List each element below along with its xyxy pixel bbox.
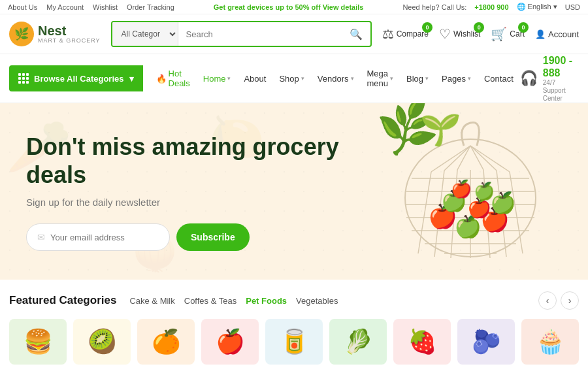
account-button[interactable]: 👤 Account bbox=[535, 29, 579, 39]
top-bar-links: About Us My Account Wishlist Order Track… bbox=[8, 3, 174, 11]
nav-links: 🔥 Hot Deals Home ▾ About Shop ▾ Vendors … bbox=[143, 65, 520, 91]
compare-badge: 0 bbox=[422, 22, 433, 33]
navigation: Browse All Categories ▾ 🔥 Hot Deals Home… bbox=[0, 54, 588, 103]
hero-form: ✉ Subscribe bbox=[26, 223, 340, 251]
svg-text:🍎: 🍎 bbox=[451, 178, 472, 199]
category-card-7[interactable]: 🍓 bbox=[393, 319, 451, 365]
currency-selector[interactable]: USD bbox=[565, 3, 580, 11]
food-icon-3: 🍊 bbox=[152, 328, 181, 355]
cart-button[interactable]: 🛒 0 Cart bbox=[491, 26, 525, 42]
svg-line-19 bbox=[470, 146, 497, 171]
featured-section: Featured Categories Cake & Milk Coffes &… bbox=[0, 280, 588, 371]
search-input[interactable] bbox=[178, 22, 342, 46]
brand-sub: MART & GROCERY bbox=[38, 38, 101, 44]
category-card-4[interactable]: 🍎 bbox=[201, 319, 259, 365]
promo-link[interactable]: View details bbox=[323, 3, 364, 11]
logo-icon: 🌿 bbox=[9, 22, 34, 46]
hero-title: Don't miss amazing grocery deals bbox=[26, 133, 340, 189]
tab-pet-foods[interactable]: Pet Foods bbox=[246, 296, 287, 306]
chevron-icon: ▾ bbox=[390, 75, 393, 82]
subscribe-button[interactable]: Subscribe bbox=[176, 223, 250, 251]
chevron-icon: ▾ bbox=[468, 75, 471, 82]
support-text: 1900 - 888 24/7 Support Center bbox=[543, 54, 579, 103]
logo-text: Nest MART & GROCERY bbox=[38, 24, 101, 44]
cart-icon: 🛒 bbox=[491, 26, 507, 42]
nav-pages[interactable]: Pages ▾ bbox=[435, 65, 478, 91]
category-card-9[interactable]: 🧁 bbox=[521, 319, 579, 365]
nav-vendors[interactable]: Vendors ▾ bbox=[311, 65, 361, 91]
nav-blog[interactable]: Blog ▾ bbox=[400, 65, 435, 91]
browse-categories-button[interactable]: Browse All Categories ▾ bbox=[9, 65, 143, 91]
category-card-5[interactable]: 🥫 bbox=[265, 319, 323, 365]
brand-name: Nest bbox=[38, 24, 101, 38]
featured-tabs: Cake & Milk Coffes & Teas Pet Foods Vege… bbox=[129, 296, 338, 306]
chevron-down-icon: ▾ bbox=[129, 74, 134, 84]
nav-mega-menu[interactable]: Mega menu ▾ bbox=[361, 65, 400, 91]
food-icon-4: 🍎 bbox=[216, 328, 245, 355]
tab-coffes-teas[interactable]: Coffes & Teas bbox=[184, 296, 237, 306]
email-icon: ✉ bbox=[37, 232, 45, 242]
category-select[interactable]: All Categor bbox=[112, 22, 178, 46]
account-label: Account bbox=[548, 29, 579, 39]
headphone-icon: 🎧 bbox=[520, 70, 538, 87]
nav-shop[interactable]: Shop ▾ bbox=[272, 65, 310, 91]
account-icon: 👤 bbox=[535, 29, 546, 39]
order-tracking-link[interactable]: Order Tracking bbox=[127, 3, 174, 11]
compare-icon: ⚖ bbox=[382, 26, 394, 42]
prev-arrow[interactable]: ‹ bbox=[538, 291, 557, 310]
wishlist-button[interactable]: ♡ 0 Wishlist bbox=[439, 26, 480, 42]
featured-title: Featured Categories bbox=[9, 294, 116, 307]
logo[interactable]: 🌿 Nest MART & GROCERY bbox=[9, 22, 101, 46]
food-icon-5: 🥫 bbox=[280, 328, 309, 355]
chevron-icon: ▾ bbox=[301, 75, 304, 82]
chevron-icon: ▾ bbox=[351, 75, 354, 82]
tab-vegetables[interactable]: Vegetables bbox=[296, 296, 338, 306]
support-info: 🎧 1900 - 888 24/7 Support Center bbox=[520, 54, 579, 103]
fire-icon: 🔥 bbox=[156, 74, 167, 84]
svg-line-18 bbox=[470, 146, 483, 170]
featured-header: Featured Categories Cake & Milk Coffes &… bbox=[9, 291, 579, 310]
browse-label: Browse All Categories bbox=[34, 74, 124, 84]
cart-badge: 0 bbox=[518, 22, 529, 33]
header: 🌿 Nest MART & GROCERY All Categor 🔍 ⚖ 0 … bbox=[0, 14, 588, 54]
about-us-link[interactable]: About Us bbox=[8, 3, 37, 11]
nav-contact[interactable]: Contact bbox=[478, 65, 520, 91]
top-bar: About Us My Account Wishlist Order Track… bbox=[0, 0, 588, 14]
category-cards: 🍔 🥝 🍊 🍎 🥫 🥬 🍓 🫐 🧁 bbox=[9, 319, 579, 365]
header-icons: ⚖ 0 Compare ♡ 0 Wishlist 🛒 0 Cart 👤 Acco… bbox=[382, 26, 579, 42]
hero-image: 🌿 🌱 bbox=[314, 103, 588, 280]
wishlist-link[interactable]: Wishlist bbox=[93, 3, 118, 11]
svg-line-20 bbox=[470, 146, 510, 172]
food-icon-2: 🥝 bbox=[88, 328, 117, 355]
nav-hot-deals[interactable]: 🔥 Hot Deals bbox=[150, 65, 197, 91]
support-number: 1900 - 888 bbox=[543, 54, 579, 79]
support-sub: 24/7 Support Center bbox=[543, 79, 579, 103]
nav-about[interactable]: About bbox=[237, 65, 272, 91]
wishlist-badge: 0 bbox=[474, 22, 484, 33]
category-card-2[interactable]: 🥝 bbox=[73, 319, 131, 365]
category-card-8[interactable]: 🫐 bbox=[457, 319, 515, 365]
next-arrow[interactable]: › bbox=[561, 291, 579, 310]
category-card-3[interactable]: 🍊 bbox=[137, 319, 195, 365]
nav-home[interactable]: Home ▾ bbox=[197, 65, 238, 91]
branch-leaves-2: 🌱 bbox=[415, 106, 461, 151]
hero-content: Don't miss amazing grocery deals Sign up… bbox=[26, 133, 340, 251]
food-icon-6: 🥬 bbox=[344, 328, 373, 355]
my-account-link[interactable]: My Account bbox=[46, 3, 84, 11]
top-bar-right: Need help? Call Us: +1800 900 🌐 English … bbox=[402, 3, 580, 11]
search-bar: All Categor 🔍 bbox=[111, 21, 372, 47]
email-input[interactable] bbox=[50, 233, 159, 242]
chevron-icon: ▾ bbox=[425, 75, 429, 82]
category-card-6[interactable]: 🥬 bbox=[329, 319, 387, 365]
help-text: Need help? Call Us: bbox=[402, 3, 466, 11]
compare-button[interactable]: ⚖ 0 Compare bbox=[382, 26, 429, 42]
search-button[interactable]: 🔍 bbox=[342, 22, 370, 46]
hero-section: 🥕 🍋 🧅 Don't miss amazing grocery deals S… bbox=[0, 103, 588, 280]
tab-cake-milk[interactable]: Cake & Milk bbox=[129, 296, 174, 306]
grid-icon bbox=[18, 73, 29, 84]
svg-text:🍏: 🍏 bbox=[474, 180, 495, 201]
food-icon-9: 🧁 bbox=[536, 328, 565, 355]
language-selector[interactable]: 🌐 English ▾ bbox=[517, 3, 557, 11]
category-card-1[interactable]: 🍔 bbox=[9, 319, 67, 365]
heart-icon: ♡ bbox=[439, 26, 451, 42]
